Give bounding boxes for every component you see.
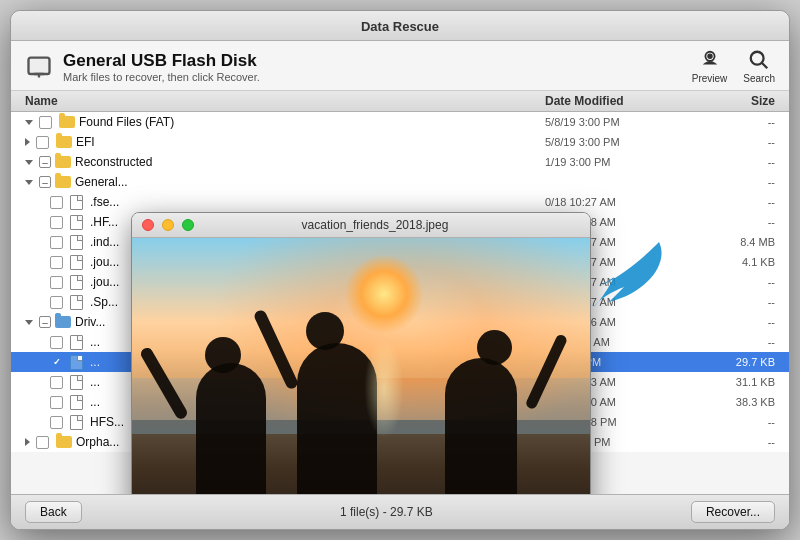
file-list-container: Found Files (FAT) 5/8/19 3:00 PM -- EFI … [11, 112, 789, 494]
svg-rect-0 [29, 57, 50, 73]
recover-button[interactable]: Recover... [691, 501, 775, 523]
svg-point-4 [708, 55, 712, 59]
status-text: 1 file(s) - 29.7 KB [340, 505, 433, 519]
col-date-header: Date Modified [545, 94, 705, 108]
modal-title-bar: vacation_friends_2018.jpeg [132, 213, 590, 238]
minimize-traffic-light[interactable] [162, 219, 174, 231]
usb-icon [25, 53, 53, 81]
col-name-header: Name [25, 94, 545, 108]
header-text: General USB Flash Disk Mark files to rec… [63, 51, 260, 83]
preview-button[interactable]: Preview [692, 49, 728, 84]
preview-modal: vacation_friends_2018.jpeg [131, 212, 591, 494]
svg-point-5 [751, 52, 764, 65]
window-title: Data Rescue [361, 19, 439, 34]
modal-image [132, 238, 590, 494]
search-button[interactable]: Search [743, 49, 775, 84]
col-size-header: Size [705, 94, 775, 108]
table-header: Name Date Modified Size [11, 91, 789, 112]
title-bar: Data Rescue [11, 11, 789, 41]
search-label: Search [743, 73, 775, 84]
blue-arrow-icon [589, 232, 669, 315]
footer: Back 1 file(s) - 29.7 KB Recover... [11, 494, 789, 529]
close-traffic-light[interactable] [142, 219, 154, 231]
header-left: General USB Flash Disk Mark files to rec… [25, 51, 260, 83]
back-button[interactable]: Back [25, 501, 82, 523]
device-subtitle: Mark files to recover, then click Recove… [63, 71, 260, 83]
zoom-traffic-light[interactable] [182, 219, 194, 231]
header-area: General USB Flash Disk Mark files to rec… [11, 41, 789, 91]
modal-overlay: vacation_friends_2018.jpeg [11, 112, 789, 494]
photo-background [132, 238, 590, 494]
modal-filename: vacation_friends_2018.jpeg [202, 218, 548, 232]
device-title: General USB Flash Disk [63, 51, 260, 71]
svg-line-6 [762, 63, 768, 69]
preview-label: Preview [692, 73, 728, 84]
main-window: Data Rescue General USB Flash Disk Mark … [10, 10, 790, 530]
header-icons: Preview Search [692, 49, 775, 84]
